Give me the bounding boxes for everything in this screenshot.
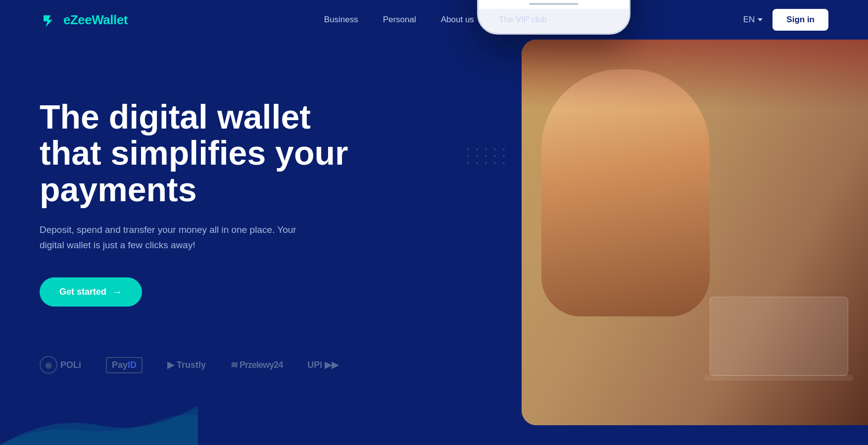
nav-item-about[interactable]: About us bbox=[441, 15, 474, 24]
nav-right: EN Sign in bbox=[743, 9, 828, 31]
partner-payid: PayID bbox=[106, 357, 143, 373]
upi-icon: UPI ▶▶ bbox=[307, 359, 338, 370]
chevron-down-icon bbox=[758, 18, 763, 21]
poli-icon: ◉ bbox=[40, 356, 57, 374]
sign-in-button[interactable]: Sign in bbox=[772, 9, 828, 31]
arrow-icon: → bbox=[112, 286, 122, 298]
partner-poli: ◉ POLi bbox=[40, 356, 81, 374]
partner-trustly: ▶ Trustly bbox=[167, 359, 206, 370]
logo-text: eZeeWallet bbox=[63, 12, 128, 28]
nav-item-personal[interactable]: Personal bbox=[383, 15, 416, 24]
decorative-dots bbox=[467, 148, 507, 164]
hero-background-image bbox=[522, 40, 868, 425]
hero-title: The digital wallet that simplifies your … bbox=[40, 99, 376, 208]
payid-icon: PayID bbox=[106, 357, 143, 373]
hero-content: The digital wallet that simplifies your … bbox=[40, 59, 376, 374]
logo[interactable]: eZeeWallet bbox=[40, 10, 128, 29]
get-started-button[interactable]: Get started → bbox=[40, 277, 142, 307]
hero-subtitle: Deposit, spend and transfer your money a… bbox=[40, 222, 307, 253]
trustly-icon: ▶ Trustly bbox=[167, 359, 206, 370]
logo-icon bbox=[40, 10, 58, 29]
nav-item-vip[interactable]: The VIP club bbox=[499, 15, 547, 24]
language-selector[interactable]: EN bbox=[743, 15, 763, 25]
przelewy-icon: ≋ Przelewy24 bbox=[231, 359, 283, 370]
hero-visual: 9:41 ▪▪▪ ⌘ ▰ 👤 Balance € 3,780.40 +€ 890… bbox=[482, 40, 868, 445]
partners-section: ◉ POLi PayID ▶ Trustly ≋ Przelewy24 UPI … bbox=[40, 356, 376, 374]
wave-decoration bbox=[0, 386, 198, 445]
partner-upi: UPI ▶▶ bbox=[307, 359, 338, 370]
navbar: eZeeWallet Business Personal About us Th… bbox=[0, 0, 868, 40]
nav-links: Business Personal About us The VIP club bbox=[324, 15, 547, 25]
hero-section: The digital wallet that simplifies your … bbox=[0, 40, 868, 445]
partner-przelewy: ≋ Przelewy24 bbox=[231, 359, 283, 370]
nav-item-business[interactable]: Business bbox=[324, 15, 358, 24]
lang-label: EN bbox=[743, 15, 755, 25]
